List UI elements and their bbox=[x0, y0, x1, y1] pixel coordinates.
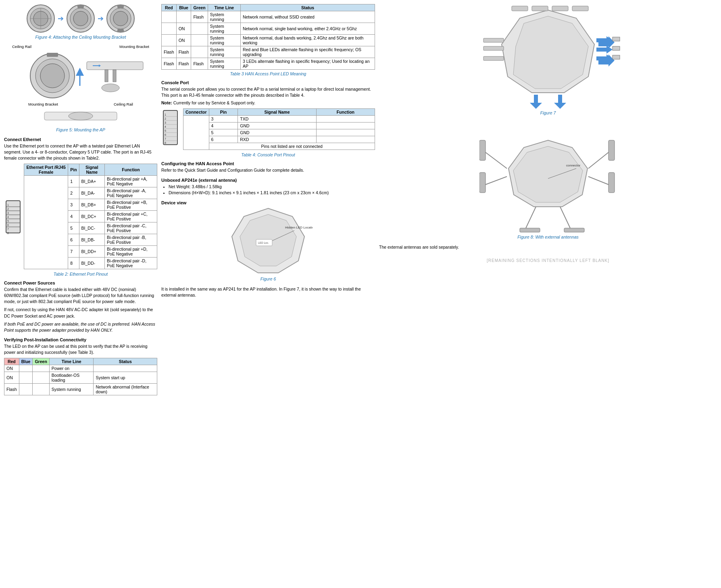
connect-power-text2: If not, connect by using the HAN 48V AC-… bbox=[4, 307, 157, 319]
device-view-heading: Device view bbox=[161, 200, 375, 205]
svg-rect-89 bbox=[479, 140, 486, 160]
svg-rect-73 bbox=[483, 38, 504, 42]
svg-text:2: 2 bbox=[165, 117, 166, 120]
led-status-cell: Network abnormal (Interface down) bbox=[94, 383, 157, 395]
bracket-diagram-svg bbox=[12, 50, 149, 102]
figure4-caption: Figure 4: Attaching the Ceiling Mounting… bbox=[4, 35, 157, 39]
led-blue-cell bbox=[19, 365, 33, 372]
led-red-cell: ON bbox=[4, 365, 19, 372]
eth-function: Bi-directional pair -A, PoE Negative bbox=[105, 187, 157, 199]
svg-marker-82 bbox=[530, 95, 542, 109]
led-status-header: Status bbox=[94, 358, 157, 365]
svg-rect-91 bbox=[479, 172, 486, 193]
connect-power-italic: If both PoE and DC power are available, … bbox=[4, 321, 157, 333]
eth-pin: 2 bbox=[68, 187, 79, 199]
led-top-status: Network normal, without SSID created bbox=[240, 11, 375, 23]
mounting-bracket-label: Mounting Bracket bbox=[119, 44, 149, 49]
svg-text:5: 5 bbox=[165, 129, 166, 132]
led-red-header: Red bbox=[4, 358, 19, 365]
led-top-green bbox=[191, 23, 208, 35]
eth-function: Bi-directional pair -D, PoE Negative bbox=[105, 257, 157, 269]
led-top-header-1: Blue bbox=[176, 4, 191, 11]
led-time-cell: Power on bbox=[49, 365, 94, 372]
ap-diagram-1 bbox=[26, 4, 55, 33]
led-top-green bbox=[191, 46, 208, 58]
pin-4: 4 bbox=[209, 123, 238, 129]
rj45-diagram: 1 2 3 4 5 6 7 8 bbox=[4, 199, 22, 236]
figure5-caption: Figure 5: Mounting the AP bbox=[4, 127, 157, 132]
cp-col1: Connector bbox=[183, 109, 209, 116]
led-row: FlashSystem runningNetwork abnormal (Int… bbox=[4, 383, 157, 395]
func-rxd bbox=[316, 136, 375, 143]
svg-text:5: 5 bbox=[7, 220, 9, 222]
svg-rect-81 bbox=[613, 55, 620, 59]
led-blue-header: Blue bbox=[19, 358, 33, 365]
led-top-red bbox=[162, 23, 177, 35]
svg-rect-97 bbox=[520, 228, 540, 232]
signal-rxd: RXD bbox=[238, 136, 316, 143]
svg-rect-95 bbox=[608, 172, 615, 193]
led-green-header: Green bbox=[33, 358, 49, 365]
svg-point-23 bbox=[102, 84, 119, 92]
svg-rect-22 bbox=[113, 70, 116, 82]
svg-text:Hidden LED Location: Hidden LED Location bbox=[285, 226, 313, 229]
led-top-row: FlashSystem runningNetwork normal, witho… bbox=[162, 11, 375, 23]
left-column: ➔ ➔ Figure 4: Attaching th bbox=[4, 4, 157, 397]
pin-3: 3 bbox=[209, 116, 238, 123]
svg-rect-21 bbox=[105, 70, 108, 82]
figure8-block: connector Figure 8: With external antenn… bbox=[379, 120, 717, 239]
eth-col2-header: Pin bbox=[68, 164, 79, 175]
eth-signal: BI_DD+ bbox=[79, 245, 104, 257]
svg-text:1: 1 bbox=[165, 113, 166, 116]
svg-text:7: 7 bbox=[165, 137, 166, 140]
svg-line-90 bbox=[486, 177, 507, 185]
svg-point-11 bbox=[113, 11, 128, 26]
rj45-svg: 1 2 3 4 5 6 7 8 bbox=[4, 199, 22, 235]
eth-pin: 1 bbox=[68, 175, 79, 187]
svg-line-92 bbox=[588, 152, 608, 168]
led-status-cell bbox=[94, 365, 157, 372]
ceiling-rail-label2: Ceiling Rail bbox=[114, 102, 133, 106]
led-top-red: Flash bbox=[162, 58, 177, 70]
led-green-cell bbox=[33, 365, 49, 372]
middle-column: RedBlueGreenTime LineStatusFlashSystem r… bbox=[161, 4, 375, 397]
eth-pin: 5 bbox=[68, 222, 79, 234]
svg-text:4: 4 bbox=[165, 125, 166, 128]
led-blue-cell bbox=[19, 372, 33, 383]
eth-pin: 6 bbox=[68, 234, 79, 245]
led-green-cell bbox=[33, 372, 49, 383]
led-top-row: ONSystem runningNetwork normal, single b… bbox=[162, 23, 375, 35]
svg-rect-12 bbox=[117, 5, 124, 8]
svg-line-98 bbox=[560, 207, 570, 228]
rj45-console-svg: 1 2 3 4 5 6 7 8 bbox=[161, 108, 181, 147]
connect-ethernet-heading: Connect Ethernet bbox=[4, 137, 157, 142]
unboxed-heading: Unboxed AP241e (external antenna) bbox=[161, 178, 375, 183]
table3-caption: Table 3 HAN Access Point LED Meaning bbox=[161, 71, 375, 76]
svg-rect-75 bbox=[483, 56, 504, 60]
figure7-caption: Figure 7 bbox=[379, 110, 717, 115]
connector-cell bbox=[183, 116, 209, 150]
console-port-text: The serial console port allows you to co… bbox=[161, 86, 375, 98]
led-top-blue: ON bbox=[176, 35, 191, 46]
note-content: Currently for use by Service & Support o… bbox=[173, 100, 255, 105]
svg-text:1: 1 bbox=[7, 204, 9, 206]
led-status-cell: System start up bbox=[94, 372, 157, 383]
figure6-caption: Figure 6 bbox=[161, 276, 375, 281]
led-top-time: System running bbox=[208, 11, 240, 23]
bottom-labels: Mounting Bracket Ceiling Rail bbox=[4, 102, 157, 106]
led-top-header-2: Green bbox=[191, 4, 208, 11]
ethernet-port-diagram: 1 2 3 4 5 6 7 8 Ethe bbox=[4, 164, 157, 271]
svg-rect-69 bbox=[552, 6, 568, 11]
figure7-svg bbox=[471, 4, 625, 109]
note-label: Note: bbox=[161, 100, 172, 105]
svg-line-94 bbox=[588, 177, 608, 185]
led-top-status: Network normal, dual bands working, 2.4G… bbox=[240, 35, 375, 46]
console-port-tbody: 3 TXD 4 GND 5 GND 6 bbox=[183, 116, 375, 150]
unboxed-list: Net Weight: 3.48lbs / 1.58kgDimensions (… bbox=[161, 184, 375, 197]
console-row-gnd4: 4 GND bbox=[183, 123, 375, 129]
svg-text:8: 8 bbox=[165, 141, 166, 144]
led-top-row: FlashFlashFlashSystem running3 LEDs alte… bbox=[162, 58, 375, 70]
svg-rect-8 bbox=[77, 5, 84, 8]
svg-point-27 bbox=[69, 112, 93, 120]
led-row: ONPower on bbox=[4, 365, 157, 372]
